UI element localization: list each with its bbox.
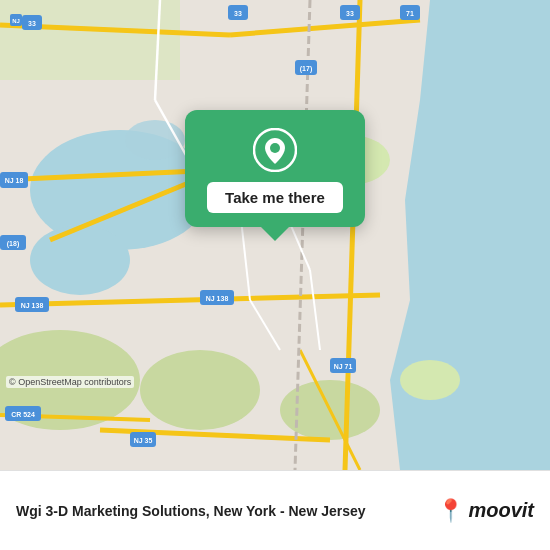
svg-text:CR 524: CR 524 — [11, 411, 35, 418]
app: 33 NJ 33 33 71 (17) NJ 18 (18) NJ 138 — [0, 0, 550, 550]
svg-point-3 — [30, 225, 130, 295]
svg-text:NJ 138: NJ 138 — [21, 302, 44, 309]
location-pin-icon — [253, 128, 297, 172]
bottom-bar: Wgi 3-D Marketing Solutions, New York - … — [0, 470, 550, 550]
location-name: Wgi 3-D Marketing Solutions, New York - … — [16, 503, 437, 519]
svg-text:71: 71 — [406, 10, 414, 17]
map-container[interactable]: 33 NJ 33 33 71 (17) NJ 18 (18) NJ 138 — [0, 0, 550, 470]
svg-text:33: 33 — [234, 10, 242, 17]
take-me-there-button[interactable]: Take me there — [207, 182, 343, 213]
map-copyright: © OpenStreetMap contributors — [6, 376, 134, 388]
svg-point-10 — [400, 360, 460, 400]
svg-text:33: 33 — [28, 20, 36, 27]
svg-text:33: 33 — [346, 10, 354, 17]
svg-text:(17): (17) — [300, 65, 312, 73]
moovit-logo: 📍 moovit — [437, 499, 534, 522]
popup-card: Take me there — [185, 110, 365, 227]
moovit-logo-text: moovit — [468, 499, 534, 522]
moovit-pin-icon: 📍 — [437, 500, 464, 522]
svg-text:NJ 35: NJ 35 — [134, 437, 153, 444]
svg-text:(18): (18) — [7, 240, 19, 248]
svg-text:NJ 138: NJ 138 — [206, 295, 229, 302]
svg-text:NJ 18: NJ 18 — [5, 177, 24, 184]
svg-text:NJ 71: NJ 71 — [334, 363, 353, 370]
svg-rect-5 — [0, 0, 180, 80]
svg-point-56 — [270, 143, 280, 153]
svg-point-7 — [140, 350, 260, 430]
svg-text:NJ: NJ — [12, 18, 20, 24]
location-info: Wgi 3-D Marketing Solutions, New York - … — [16, 503, 437, 519]
svg-point-4 — [125, 120, 185, 160]
